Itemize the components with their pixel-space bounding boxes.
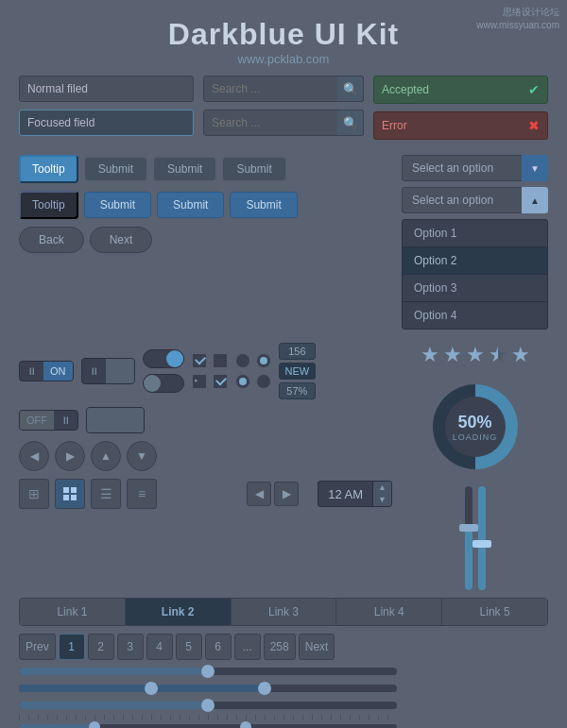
checkbox-3[interactable]: ▪ xyxy=(192,374,207,389)
option-1[interactable]: Option 1 xyxy=(403,220,547,247)
tab-link-1[interactable]: Link 1 xyxy=(20,599,126,625)
progress-inner: 50% LOADING xyxy=(445,397,506,457)
view-controls-row: ⊞ ☰ ≡ ◀ ▶ 12 AM ▲ xyxy=(19,479,392,509)
slider-track-1[interactable] xyxy=(19,668,397,675)
dropdown-arrow-1[interactable]: ▼ xyxy=(522,155,548,181)
submit-button-1[interactable]: Submit xyxy=(84,157,147,181)
pause-icon-2: ⏸ xyxy=(54,411,77,430)
star-2[interactable]: ★ xyxy=(443,343,462,367)
next-page-button[interactable]: Next xyxy=(299,634,335,660)
tab-link-4[interactable]: Link 4 xyxy=(336,599,442,625)
page-button-2[interactable]: 2 xyxy=(88,634,114,660)
tooltip-button-2[interactable]: Tooltip xyxy=(19,191,78,219)
radio-1[interactable] xyxy=(235,353,250,368)
star-1[interactable]: ★ xyxy=(421,343,439,367)
slider-track-3[interactable] xyxy=(19,702,397,709)
checkbox-4[interactable] xyxy=(213,374,228,389)
star-5[interactable]: ★ xyxy=(511,343,530,367)
tooltip-button-1[interactable]: Tooltip xyxy=(19,155,78,183)
grid-view-button[interactable]: ⊞ xyxy=(19,479,49,509)
arrow-left-button[interactable]: ◀ xyxy=(247,482,271,506)
arrow-right-button[interactable]: ▶ xyxy=(274,482,299,506)
page-button-5[interactable]: 5 xyxy=(176,634,202,660)
accepted-label: Accepted xyxy=(382,83,429,96)
search-button-2[interactable]: 🔍 xyxy=(337,110,364,136)
normal-field[interactable] xyxy=(19,76,194,102)
page-button-3[interactable]: 3 xyxy=(117,634,144,660)
page-button-6[interactable]: 6 xyxy=(205,634,232,660)
slider-fill-3 xyxy=(19,702,208,709)
checkbox-2[interactable] xyxy=(213,353,228,368)
page-button-4[interactable]: 4 xyxy=(146,634,173,660)
option-2[interactable]: Option 2 xyxy=(403,247,547,275)
toggle-row-2: OFF ⏸ xyxy=(19,407,392,433)
toggle-off-group[interactable]: OFF ⏸ xyxy=(19,410,78,431)
radio-group xyxy=(235,353,271,389)
list-view-button-2[interactable]: ≡ xyxy=(127,479,157,509)
submit-button-5[interactable]: Submit xyxy=(157,192,224,218)
buttons-row-2: Tooltip Submit Submit Submit xyxy=(19,191,392,219)
vertical-track-2[interactable] xyxy=(478,486,486,590)
focused-field[interactable] xyxy=(19,110,194,136)
star-3[interactable]: ★ xyxy=(466,343,485,367)
grid-view-button-2[interactable] xyxy=(55,479,85,509)
error-label: Error xyxy=(382,119,407,132)
media-up-button[interactable]: ▲ xyxy=(91,441,121,471)
slider-thumb-3[interactable] xyxy=(201,699,215,712)
toggle-icon-group-2[interactable] xyxy=(86,407,145,433)
submit-button-6[interactable]: Submit xyxy=(230,192,297,218)
toggle-icon-group[interactable]: ⏸ xyxy=(81,358,135,384)
slide-switch-off[interactable] xyxy=(143,374,184,393)
slider-track-2[interactable] xyxy=(19,685,397,692)
option-3[interactable]: Option 3 xyxy=(403,275,547,302)
dropdown-arrow-2[interactable]: ▲ xyxy=(522,187,548,213)
option-4[interactable]: Option 4 xyxy=(403,302,547,329)
back-button[interactable]: Back xyxy=(19,227,84,253)
radio-2[interactable] xyxy=(256,353,271,368)
radio-3[interactable] xyxy=(235,374,250,389)
slide-switch-on[interactable] xyxy=(143,349,184,368)
media-down-button[interactable]: ▼ xyxy=(127,441,157,471)
media-play-button[interactable]: ▶ xyxy=(55,441,85,471)
slider-thumb-2-left[interactable] xyxy=(145,682,158,695)
off-label: OFF xyxy=(20,411,54,430)
slider-thumb-4-right[interactable] xyxy=(240,721,251,728)
page-button-1[interactable]: 1 xyxy=(59,634,85,660)
submit-button-2[interactable]: Submit xyxy=(153,157,216,181)
page-button-last[interactable]: 258 xyxy=(264,634,296,660)
search-button-1[interactable]: 🔍 xyxy=(337,76,364,102)
time-down-button[interactable]: ▼ xyxy=(372,494,391,506)
next-button[interactable]: Next xyxy=(90,227,153,253)
radio-4[interactable] xyxy=(256,374,271,389)
vertical-thumb-1[interactable] xyxy=(459,524,478,532)
slider-thumb-2-right[interactable] xyxy=(258,682,271,695)
time-input: 12 AM ▲ ▼ xyxy=(318,481,392,507)
toggle-row-1: ⏸ ON ⏸ xyxy=(19,343,392,399)
media-prev-button[interactable]: ◀ xyxy=(19,441,49,471)
tab-link-5[interactable]: Link 5 xyxy=(442,599,547,625)
time-up-button[interactable]: ▲ xyxy=(372,482,391,494)
slider-thumb-1[interactable] xyxy=(201,665,215,678)
check-icon: ✔ xyxy=(528,82,540,97)
prev-page-button[interactable]: Prev xyxy=(19,634,56,660)
sliders-section xyxy=(19,668,548,728)
slider-track-4[interactable] xyxy=(19,724,397,728)
toggle-on-group[interactable]: ⏸ ON xyxy=(19,361,74,381)
vertical-track-1[interactable] xyxy=(465,486,472,590)
tab-link-2[interactable]: Link 2 xyxy=(126,599,232,625)
tab-link-3[interactable]: Link 3 xyxy=(232,599,337,625)
list-view-button[interactable]: ☰ xyxy=(91,479,121,509)
submit-button-4[interactable]: Submit xyxy=(84,192,151,218)
checkbox-1[interactable] xyxy=(192,353,207,368)
vertical-thumb-2[interactable] xyxy=(472,540,491,548)
time-value: 12 AM xyxy=(318,483,372,505)
star-4[interactable]: ★ ★ xyxy=(489,343,507,367)
button-section: Tooltip Submit Submit Submit Tooltip Sub… xyxy=(19,155,548,335)
tabs-nav: Link 1 Link 2 Link 3 Link 4 Link 5 xyxy=(19,598,548,626)
svg-rect-3 xyxy=(71,495,77,500)
svg-rect-1 xyxy=(71,487,77,493)
vertical-fill-1 xyxy=(465,528,472,590)
slider-thumb-4-left[interactable] xyxy=(89,721,100,728)
badge-3: 57% xyxy=(279,382,317,399)
submit-button-3[interactable]: Submit xyxy=(222,157,285,181)
